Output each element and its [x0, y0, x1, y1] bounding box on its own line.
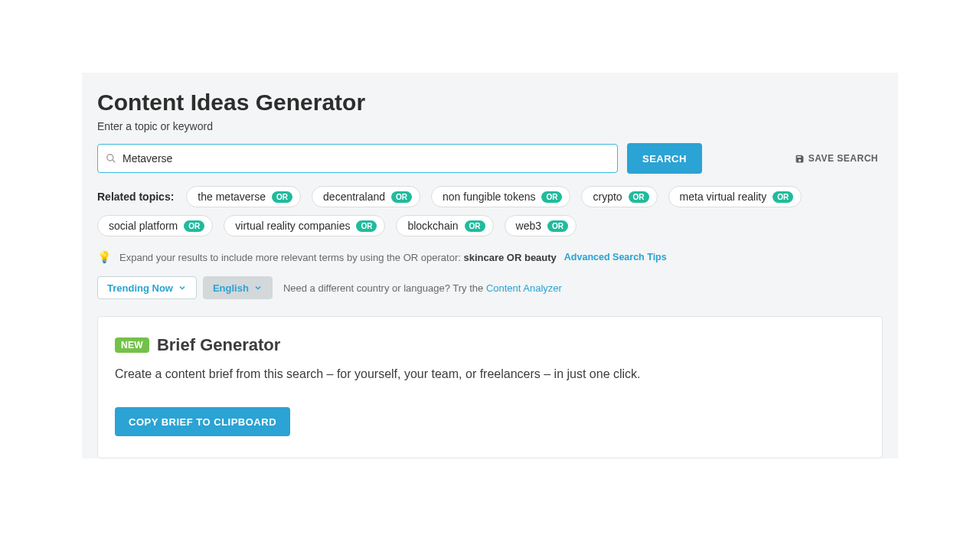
topic-chip[interactable]: cryptoOR: [581, 186, 657, 207]
topic-chip[interactable]: social platformOR: [97, 215, 213, 236]
search-row: SEARCH SAVE SEARCH: [97, 143, 883, 174]
copy-brief-button[interactable]: COPY BRIEF TO CLIPBOARD: [115, 407, 290, 436]
save-search-label: SAVE SEARCH: [808, 153, 878, 164]
tip-row: 💡 Expand your results to include more re…: [97, 250, 883, 264]
topic-chip[interactable]: meta virtual realityOR: [668, 186, 802, 207]
search-icon: [106, 153, 116, 164]
page-title: Content Ideas Generator: [97, 90, 883, 116]
chevron-down-icon: [178, 283, 187, 292]
topic-chip[interactable]: decentralandOR: [312, 186, 420, 207]
topic-chip[interactable]: web3OR: [505, 215, 577, 236]
topic-chip[interactable]: non fungible tokensOR: [431, 186, 570, 207]
tip-text: Expand your results to include more rele…: [119, 252, 557, 263]
new-badge: NEW: [115, 337, 149, 353]
filter-note: Need a different country or language? Tr…: [283, 282, 562, 294]
content-ideas-panel: Content Ideas Generator Enter a topic or…: [82, 73, 898, 458]
save-search-button[interactable]: SAVE SEARCH: [795, 153, 883, 164]
svg-line-1: [113, 160, 115, 162]
related-topics: Related topics: the metaverseOR decentra…: [97, 186, 883, 236]
brief-title: Brief Generator: [157, 335, 280, 355]
brief-generator-card: NEW Brief Generator Create a content bri…: [97, 316, 883, 458]
page-subtitle: Enter a topic or keyword: [97, 120, 883, 132]
save-icon: [795, 154, 805, 164]
search-input-wrap: [97, 144, 618, 173]
filter-row: Trending Now English Need a different co…: [97, 276, 883, 299]
brief-heading: NEW Brief Generator: [115, 335, 865, 355]
search-button[interactable]: SEARCH: [627, 143, 702, 174]
topic-chip[interactable]: the metaverseOR: [186, 186, 301, 207]
svg-point-0: [107, 155, 113, 161]
language-dropdown[interactable]: English: [203, 276, 273, 299]
trending-now-dropdown[interactable]: Trending Now: [97, 276, 197, 299]
related-label: Related topics:: [97, 191, 174, 203]
topic-chip[interactable]: virtual reality companiesOR: [224, 215, 385, 236]
advanced-search-tips-link[interactable]: Advanced Search Tips: [564, 252, 667, 262]
chevron-down-icon: [253, 283, 263, 292]
lightbulb-icon: 💡: [97, 250, 112, 264]
search-input[interactable]: [122, 152, 609, 165]
content-analyzer-link[interactable]: Content Analyzer: [486, 282, 562, 294]
brief-description: Create a content brief from this search …: [115, 367, 865, 381]
topic-chip[interactable]: blockchainOR: [396, 215, 493, 236]
